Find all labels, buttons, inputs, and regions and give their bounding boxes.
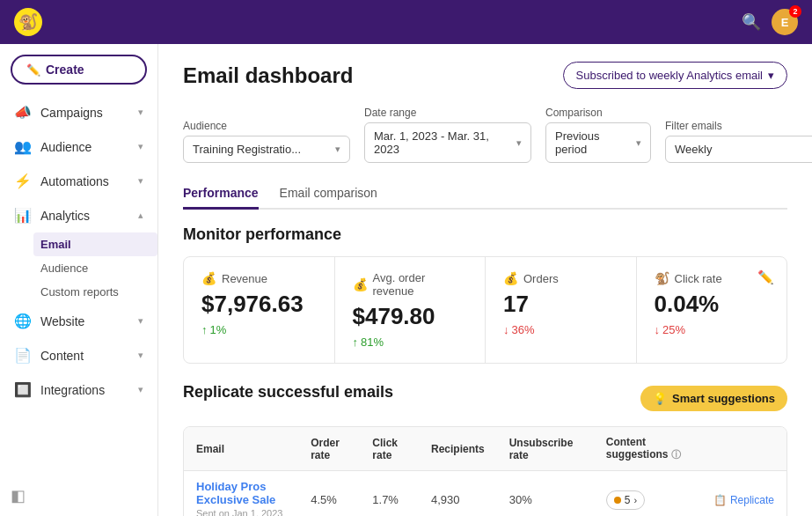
audience-filter: Audience Training Registratio... ▾	[183, 120, 350, 163]
subscribe-button[interactable]: Subscribed to weekly Analytics email ▾	[563, 62, 787, 89]
orders-value: 17	[503, 291, 618, 318]
sidebar-sub-item-email[interactable]: Email	[33, 232, 157, 256]
metric-orders: 💰 Orders 17 36%	[486, 257, 637, 363]
tab-email-comparison[interactable]: Email comparison	[280, 179, 377, 210]
suggestions-cell: 5 ›	[594, 471, 701, 517]
replicate-table: Email Order rate Click rate Recipients U…	[184, 427, 786, 516]
tabs-row: Performance Email comparison	[183, 179, 787, 210]
sidebar-item-label: Analytics	[40, 209, 90, 223]
email-date: Sent on Jan 1, 2023	[196, 508, 282, 516]
chevron-up-icon: ▴	[138, 210, 143, 221]
sidebar-bottom: ◧	[0, 475, 157, 516]
sidebar-item-website[interactable]: 🌐 Website ▾	[4, 305, 154, 337]
orders-label: Orders	[523, 272, 559, 285]
avatar[interactable]: E 2	[772, 9, 798, 35]
col-order-rate: Order rate	[298, 427, 360, 471]
click-rate-change: 25%	[655, 323, 770, 336]
metric-click-rate: 🐒 Click rate ✏️ 0.04% 25%	[637, 257, 787, 363]
revenue-icon: 💰	[201, 271, 216, 285]
top-nav-right: 🔍 E 2	[742, 9, 798, 35]
col-email: Email	[184, 427, 298, 471]
chevron-down-icon: ▾	[768, 69, 774, 82]
replicate-section-title: Replicate successful emails	[183, 383, 393, 402]
search-icon[interactable]: 🔍	[742, 12, 761, 32]
date-range-filter: Date range Mar. 1, 2023 - Mar. 31, 2023 …	[364, 107, 531, 163]
website-icon: 🌐	[14, 313, 32, 329]
info-icon[interactable]: ⓘ	[671, 449, 681, 460]
sidebar-item-label: Website	[40, 314, 84, 328]
col-actions	[701, 427, 786, 471]
automations-icon: ⚡	[14, 173, 32, 189]
tab-performance[interactable]: Performance	[183, 179, 259, 210]
audience-select[interactable]: Training Registratio... ▾	[183, 136, 350, 163]
col-recipients: Recipients	[419, 427, 497, 471]
table-header-row: Email Order rate Click rate Recipients U…	[184, 427, 786, 471]
sidebar-item-analytics[interactable]: 📊 Analytics ▴	[4, 199, 154, 232]
comparison-label: Comparison	[545, 107, 651, 119]
content-icon: 📄	[14, 347, 32, 364]
click-rate-label: Click rate	[675, 272, 722, 285]
smart-suggestions-button[interactable]: 💡 Smart suggestions	[640, 386, 787, 411]
arrow-down-icon	[655, 323, 661, 336]
col-unsubscribe-rate: Unsubscribe rate	[497, 427, 594, 471]
sidebar-sub-item-audience[interactable]: Audience	[33, 256, 157, 280]
sidebar-item-label: Integrations	[40, 383, 105, 397]
metric-avg-order: 💰 Avg. order revenue $479.80 81%	[335, 257, 486, 363]
click-rate-value: 0.04%	[655, 291, 770, 318]
replicate-cell: 📋 Replicate	[701, 471, 786, 517]
avg-order-value: $479.80	[353, 303, 468, 330]
sidebar-item-audience[interactable]: 👥 Audience ▾	[4, 130, 154, 163]
campaigns-icon: 📣	[14, 104, 32, 121]
analytics-icon: 📊	[14, 207, 32, 224]
avg-order-label: Avg. order revenue	[373, 271, 468, 298]
chevron-icon: ▾	[138, 384, 143, 395]
sidebar-item-integrations[interactable]: 🔲 Integrations ▾	[4, 373, 154, 406]
unsubscribe-rate-cell: 30%	[497, 471, 594, 517]
sidebar-item-content[interactable]: 📄 Content ▾	[4, 339, 154, 372]
pencil-icon: ✏️	[26, 63, 40, 77]
create-button[interactable]: ✏️ Create	[11, 55, 147, 85]
replicate-link[interactable]: 📋 Replicate	[713, 494, 774, 506]
sidebar-item-label: Automations	[40, 174, 109, 188]
edit-icon[interactable]: ✏️	[757, 269, 774, 285]
date-range-select[interactable]: Mar. 1, 2023 - Mar. 31, 2023 ▾	[364, 122, 531, 163]
suggestions-badge[interactable]: 5 ›	[606, 490, 645, 510]
sidebar-sub-item-custom-reports[interactable]: Custom reports	[33, 280, 157, 304]
date-range-label: Date range	[364, 107, 531, 119]
filter-emails-group: Filter emails	[665, 120, 812, 163]
analytics-sub-nav: Email Audience Custom reports	[0, 232, 157, 304]
replicate-icon: 📋	[713, 494, 727, 506]
email-link[interactable]: Holiday Pros Exclusive Sale	[196, 480, 286, 506]
replicate-table-wrap: Email Order rate Click rate Recipients U…	[183, 426, 787, 516]
audience-icon: 👥	[14, 138, 32, 155]
monitor-section-title: Monitor performance	[183, 225, 787, 244]
integrations-icon: 🔲	[14, 381, 32, 398]
sidebar-item-label: Content	[40, 349, 84, 363]
orders-change: 36%	[503, 323, 618, 336]
chevron-right-icon: ›	[633, 495, 637, 505]
chevron-icon: ▾	[138, 350, 143, 361]
metric-revenue: 💰 Revenue $7,976.63 1%	[184, 257, 335, 363]
sidebar-item-automations[interactable]: ⚡ Automations ▾	[4, 165, 154, 197]
chevron-icon: ▾	[138, 107, 143, 118]
sidebar-item-label: Campaigns	[40, 106, 103, 120]
main-content: Email dashboard Subscribed to weekly Ana…	[158, 44, 812, 516]
filter-emails-label: Filter emails	[665, 120, 812, 132]
avg-order-change: 81%	[353, 335, 468, 349]
orders-icon: 💰	[503, 271, 518, 285]
sidebar-collapse-icon[interactable]: ◧	[11, 487, 26, 505]
revenue-value: $7,976.63	[201, 291, 317, 318]
avatar-badge: 2	[789, 5, 801, 18]
audience-label: Audience	[183, 120, 350, 132]
lightbulb-icon: 💡	[653, 392, 667, 405]
click-rate-cell: 1.7%	[360, 471, 419, 517]
comparison-select[interactable]: Previous period ▾	[545, 122, 651, 163]
order-rate-cell: 4.5%	[298, 471, 360, 517]
filter-emails-input[interactable]	[665, 136, 812, 163]
mailchimp-logo: 🐒	[14, 8, 42, 36]
filters-row: Audience Training Registratio... ▾ Date …	[183, 107, 787, 163]
col-click-rate: Click rate	[360, 427, 419, 471]
recipients-cell: 4,930	[419, 471, 497, 517]
arrow-up-icon	[201, 323, 208, 336]
sidebar-item-campaigns[interactable]: 📣 Campaigns ▾	[4, 96, 154, 129]
